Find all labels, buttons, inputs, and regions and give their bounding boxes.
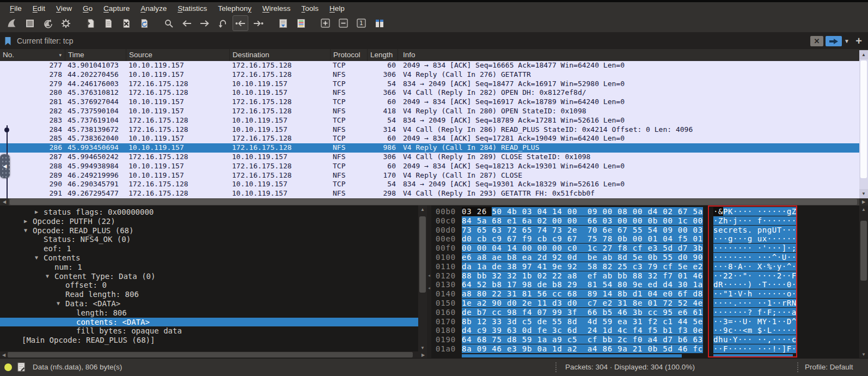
hex-vertical-scrollbar[interactable]: ▲ ▼ [859, 205, 868, 358]
packet-row-282[interactable]: 28245.73759010410.10.119.157172.16.175.1… [0, 107, 859, 116]
stop-capture-button[interactable] [22, 15, 38, 31]
packet-row-289[interactable]: 28946.24921999610.10.119.157172.16.175.1… [0, 171, 859, 180]
hex-byte-row[interactable]: 64 68 75 d8 59 1a a9 c5 cf bb 2c f0 a4 d… [462, 335, 703, 344]
scroll-down-icon[interactable]: ▼ [859, 189, 868, 198]
detail-horizontal-scrollbar[interactable]: ◀ ▶ [0, 351, 427, 358]
hex-byte-row[interactable]: a8 80 22 31 81 56 cc 68 89 14 8b d1 04 e… [462, 289, 703, 299]
detail-line[interactable]: eof: 1 [0, 244, 418, 253]
ascii-row[interactable]: ··22··"· ····2··F [713, 271, 797, 281]
packet-row-279[interactable]: 27944.246176003172.16.175.12810.10.119.1… [0, 80, 859, 89]
filter-apply-button[interactable] [826, 36, 842, 46]
expand-arrow-icon[interactable]: ▼ [35, 253, 38, 263]
close-file-button[interactable] [118, 15, 134, 31]
filter-clear-button[interactable]: ✕ [810, 36, 823, 46]
hex-byte-row[interactable]: 73 65 63 72 65 74 73 2e 70 6e 67 55 54 0… [462, 226, 703, 235]
packet-row-284[interactable]: 28445.738139672172.16.175.12810.10.119.1… [0, 125, 859, 135]
filter-dropdown-caret-icon[interactable]: ▼ [843, 36, 851, 46]
ascii-row[interactable]: ·Zh·j··· f······· [713, 216, 797, 226]
scrollbar-thumb[interactable] [419, 216, 426, 293]
packet-list-grip-handle[interactable]: ◀ [0, 154, 10, 178]
scroll-up-icon[interactable]: ▲ [859, 205, 868, 213]
zoom-in-button[interactable] [317, 15, 333, 31]
status-field-info[interactable]: Data (nfs.data), 806 byte(s) [33, 363, 122, 371]
scroll-right-icon[interactable]: ▶ [859, 198, 868, 205]
hex-byte-row[interactable]: 8b 12 33 3d c5 de 55 8d 4d 59 ea 31 f2 c… [462, 317, 703, 326]
menu-wireless[interactable]: Wireless [257, 4, 296, 13]
scrollbar-thumb[interactable] [10, 199, 857, 205]
detail-line[interactable]: ▼Data: <DATA> [0, 299, 418, 308]
open-file-button[interactable] [82, 15, 98, 31]
detail-line[interactable]: num: 1 [0, 263, 418, 272]
start-capture-button[interactable] [4, 15, 20, 31]
detail-line[interactable]: fill bytes: opaque data [0, 326, 418, 336]
expand-arrow-icon[interactable]: ▼ [24, 226, 27, 235]
menu-view[interactable]: View [51, 4, 77, 13]
hex-byte-row[interactable]: 03 26 50 4b 03 04 14 00 09 00 08 00 d4 0… [462, 207, 703, 216]
ascii-row[interactable]: dR·····) ·T····0· [713, 280, 797, 289]
packet-row-281[interactable]: 28145.37692704410.10.119.157172.16.175.1… [0, 98, 859, 107]
expert-info-icon[interactable] [4, 363, 12, 371]
packet-row-278[interactable]: 27844.20227045610.10.119.157172.16.175.1… [0, 70, 859, 80]
collapse-arrow-icon[interactable]: ▶ [35, 208, 38, 217]
expand-arrow-icon[interactable]: ▼ [46, 272, 49, 281]
ascii-row[interactable]: ·······? f·F;···a [713, 308, 797, 317]
hex-byte-row[interactable]: d0 cb c9 67 f9 cb c9 67 75 78 0b 00 01 0… [462, 234, 703, 244]
menu-capture[interactable]: Capture [98, 4, 135, 13]
detail-line[interactable]: length: 806 [0, 308, 418, 318]
scroll-left-icon[interactable]: ◀ [0, 198, 9, 205]
colorize-packets-button[interactable] [293, 15, 309, 31]
go-forward-button[interactable] [197, 15, 212, 31]
hex-byte-row[interactable]: 00 00 04 14 00 00 00 c0 1c 27 f8 cf e3 5… [462, 244, 703, 253]
menu-help[interactable]: Help [324, 4, 350, 13]
ascii-row[interactable]: ·····-·· ···^·U·· [713, 253, 797, 262]
ascii-row[interactable]: secrets. pngUT··· [713, 226, 797, 235]
hex-byte-row[interactable]: e6 a8 ae b8 ea 2d 92 0d be ab 8d 5e 0b 5… [462, 253, 703, 262]
save-file-button[interactable] [100, 15, 116, 31]
detail-line[interactable]: Status: NFS4_OK (0) [0, 235, 418, 244]
zoom-out-button[interactable] [335, 15, 351, 31]
column-header-length[interactable]: Length [368, 49, 398, 61]
detail-line[interactable]: ▶status flags: 0x00000000 [0, 208, 418, 217]
ascii-row[interactable]: ··9c··<m $·L····· [713, 326, 797, 335]
menu-file[interactable]: File [4, 4, 27, 13]
hex-byte-row[interactable]: 84 5a 68 e1 6a 02 00 00 66 03 00 00 0b 0… [462, 216, 703, 226]
pane-splitter-handle[interactable]: ◂◂ [427, 205, 431, 358]
detail-line[interactable]: ▶Opcode: PUTFH (22) [0, 217, 418, 226]
scrollbar-thumb[interactable] [860, 60, 867, 178]
detail-vertical-scrollbar[interactable]: ▲ ▼ [418, 205, 427, 351]
go-last-packet-button[interactable] [250, 15, 266, 31]
ascii-row[interactable]: ········ ·'···]·; [713, 244, 797, 253]
scrollbar-thumb[interactable] [860, 221, 867, 281]
packet-row-280[interactable]: 28045.376310812172.16.175.12810.10.119.1… [0, 88, 859, 98]
go-back-button[interactable] [179, 15, 194, 31]
hex-byte-row[interactable]: 64 52 b8 17 98 de b8 29 81 54 80 9e ed d… [462, 280, 703, 289]
packet-row-286[interactable]: 28645.99345069410.10.119.157172.16.175.1… [0, 143, 859, 153]
restart-capture-button[interactable] [40, 15, 56, 31]
ascii-row[interactable]: dhu·Y··· ··,····c [713, 335, 797, 344]
column-header-destination[interactable]: Destination [230, 49, 331, 61]
hex-byte-row[interactable]: 8a 09 46 e3 9b 0a 1d a2 a4 86 9a 21 0b 5… [462, 344, 703, 354]
menu-go[interactable]: Go [77, 4, 98, 13]
collapse-arrow-icon[interactable]: ▶ [24, 217, 27, 226]
packet-row-277[interactable]: 27743.90104107310.10.119.157172.16.175.1… [0, 61, 859, 70]
column-header-source[interactable]: Source [126, 49, 230, 61]
menu-tools[interactable]: Tools [296, 4, 325, 13]
scroll-left-icon[interactable]: ◀ [0, 351, 8, 358]
ascii-row[interactable]: ·&PK···· ······gZ [713, 207, 797, 216]
expand-arrow-icon[interactable]: ▼ [57, 299, 60, 308]
resize-columns-button[interactable] [371, 15, 387, 31]
scroll-down-icon[interactable]: ▼ [859, 350, 868, 358]
column-header-protocol[interactable]: Protocol [331, 49, 368, 61]
filter-bookmark-icon[interactable] [4, 37, 11, 46]
hex-byte-row[interactable]: 1e a2 90 d0 2e 11 d3 d0 c7 e2 31 8e 01 7… [462, 299, 703, 308]
detail-line[interactable]: ▼Content Type: Data (0) [0, 272, 418, 281]
go-to-packet-button[interactable] [215, 15, 230, 31]
packet-row-287[interactable]: 28745.994650242172.16.175.12810.10.119.1… [0, 153, 859, 162]
hex-byte-row[interactable]: d4 c9 39 63 0d fe 3c 6d 24 1d 4c f4 f5 b… [462, 326, 703, 335]
column-header-no[interactable]: No.▾ [0, 49, 65, 61]
packet-row-291[interactable]: 29149.267295477172.16.175.12810.10.119.1… [0, 189, 859, 198]
menu-edit[interactable]: Edit [27, 4, 51, 13]
detail-line[interactable]: offset: 0 [0, 281, 418, 290]
find-packet-button[interactable] [161, 15, 176, 31]
packet-row-290[interactable]: 29046.290345791172.16.175.12810.10.119.1… [0, 180, 859, 189]
